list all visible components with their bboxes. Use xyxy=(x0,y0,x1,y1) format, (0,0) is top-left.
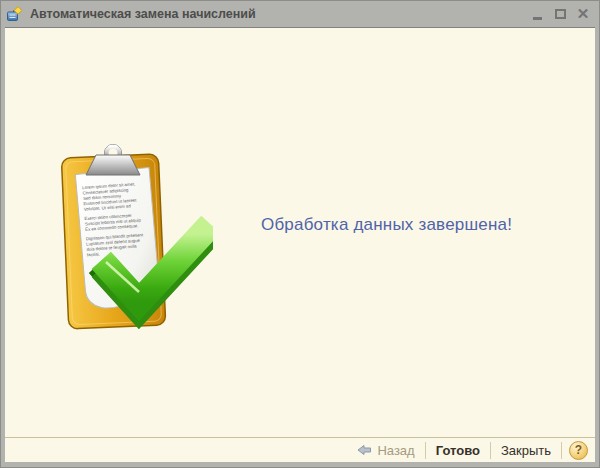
help-button[interactable]: ? xyxy=(569,441,588,460)
done-button[interactable]: Готово xyxy=(433,442,483,459)
back-arrow-icon xyxy=(356,444,372,456)
question-mark-icon: ? xyxy=(575,443,582,457)
clipboard-checkmark-illustration: Lorem ipsum dolor sit amet, Consectetuer… xyxy=(55,140,213,342)
clipboard-clip xyxy=(86,145,140,176)
content-area: Lorem ipsum dolor sit amet, Consectetuer… xyxy=(5,28,595,437)
completion-message: Обработка данных завершена! xyxy=(261,215,512,235)
clipboard-checkmark-icon: Lorem ipsum dolor sit amet, Consectetuer… xyxy=(55,140,213,342)
close-button[interactable]: ✕ xyxy=(577,7,589,21)
footer-separator xyxy=(425,442,426,459)
close-button-label: Закрыть xyxy=(501,443,551,458)
footer-separator xyxy=(561,442,562,459)
footer-separator xyxy=(490,442,491,459)
window-controls: ✕ xyxy=(531,7,589,21)
wizard-window: Автоматическая замена начислений ✕ xyxy=(0,0,600,468)
minimize-button[interactable] xyxy=(531,7,543,21)
window-body: Lorem ipsum dolor sit amet, Consectetuer… xyxy=(5,27,595,462)
minimize-icon xyxy=(533,17,542,20)
maximize-icon xyxy=(555,9,566,19)
footer-button-bar: Назад Готово Закрыть ? xyxy=(5,437,595,462)
window-title: Автоматическая замена начислений xyxy=(30,7,524,21)
back-button-label: Назад xyxy=(377,443,414,458)
back-button[interactable]: Назад xyxy=(353,442,417,459)
maximize-button[interactable] xyxy=(554,7,566,21)
close-icon: ✕ xyxy=(577,7,590,21)
done-button-label: Готово xyxy=(436,443,480,458)
titlebar[interactable]: Автоматическая замена начислений ✕ xyxy=(1,1,599,27)
close-window-button[interactable]: Закрыть xyxy=(498,442,554,459)
data-processor-icon xyxy=(6,6,23,22)
paper-text-line: facilisi. xyxy=(87,251,100,257)
